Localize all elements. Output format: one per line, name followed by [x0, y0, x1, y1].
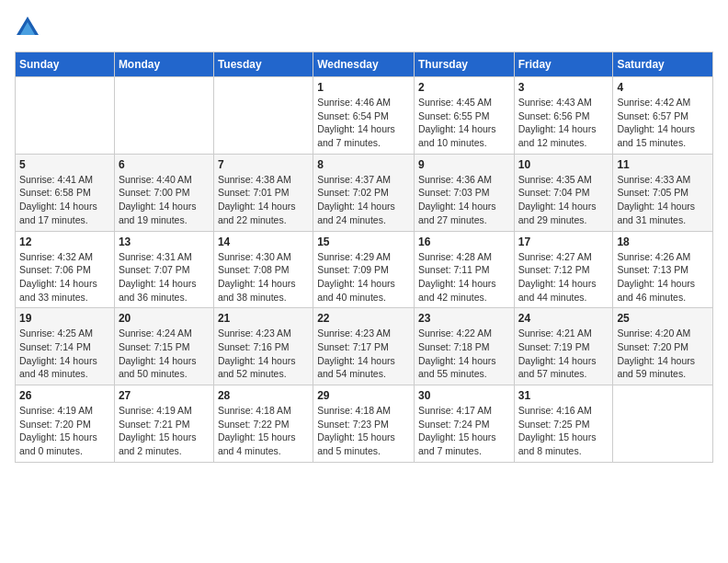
calendar-day: 12Sunrise: 4:32 AM Sunset: 7:06 PM Dayli… — [16, 231, 115, 308]
calendar-day — [114, 77, 213, 155]
day-number: 26 — [19, 389, 110, 402]
day-info: Sunrise: 4:35 AM Sunset: 7:04 PM Dayligh… — [518, 173, 609, 227]
day-info: Sunrise: 4:19 AM Sunset: 7:20 PM Dayligh… — [19, 404, 110, 458]
day-number: 6 — [119, 158, 210, 171]
day-header-friday: Friday — [514, 52, 613, 77]
day-info: Sunrise: 4:23 AM Sunset: 7:17 PM Dayligh… — [317, 327, 410, 381]
calendar-day — [16, 77, 115, 155]
calendar-day: 2Sunrise: 4:45 AM Sunset: 6:55 PM Daylig… — [414, 77, 514, 155]
day-number: 31 — [518, 389, 609, 402]
calendar-day: 13Sunrise: 4:31 AM Sunset: 7:07 PM Dayli… — [114, 231, 213, 308]
calendar-week-row: 26Sunrise: 4:19 AM Sunset: 7:20 PM Dayli… — [16, 385, 713, 463]
day-number: 14 — [218, 236, 309, 248]
day-header-thursday: Thursday — [414, 52, 514, 77]
calendar-day: 18Sunrise: 4:26 AM Sunset: 7:13 PM Dayli… — [613, 231, 713, 308]
day-number: 16 — [418, 236, 510, 248]
day-info: Sunrise: 4:17 AM Sunset: 7:24 PM Dayligh… — [418, 404, 510, 458]
day-info: Sunrise: 4:24 AM Sunset: 7:15 PM Dayligh… — [119, 327, 210, 381]
day-number: 4 — [617, 81, 709, 94]
day-info: Sunrise: 4:32 AM Sunset: 7:06 PM Dayligh… — [19, 250, 110, 304]
day-info: Sunrise: 4:45 AM Sunset: 6:55 PM Dayligh… — [418, 96, 510, 150]
calendar-day: 7Sunrise: 4:38 AM Sunset: 7:01 PM Daylig… — [213, 154, 313, 231]
day-number: 15 — [317, 236, 410, 248]
day-header-tuesday: Tuesday — [213, 52, 313, 77]
day-number: 1 — [317, 81, 410, 94]
day-info: Sunrise: 4:18 AM Sunset: 7:23 PM Dayligh… — [317, 404, 410, 458]
calendar-day: 26Sunrise: 4:19 AM Sunset: 7:20 PM Dayli… — [16, 385, 115, 463]
day-number: 24 — [518, 312, 609, 325]
calendar-day: 11Sunrise: 4:33 AM Sunset: 7:05 PM Dayli… — [613, 154, 713, 231]
day-info: Sunrise: 4:28 AM Sunset: 7:11 PM Dayligh… — [418, 250, 510, 304]
day-number: 9 — [418, 158, 510, 171]
day-header-monday: Monday — [114, 52, 213, 77]
day-number: 29 — [317, 389, 410, 402]
calendar-week-row: 1Sunrise: 4:46 AM Sunset: 6:54 PM Daylig… — [16, 77, 713, 155]
day-number: 13 — [119, 236, 210, 248]
calendar-day — [213, 77, 313, 155]
day-number: 18 — [617, 236, 709, 248]
calendar-day: 16Sunrise: 4:28 AM Sunset: 7:11 PM Dayli… — [414, 231, 514, 308]
day-number: 21 — [218, 312, 309, 325]
day-info: Sunrise: 4:37 AM Sunset: 7:02 PM Dayligh… — [317, 173, 410, 227]
day-info: Sunrise: 4:25 AM Sunset: 7:14 PM Dayligh… — [19, 327, 110, 381]
day-info: Sunrise: 4:38 AM Sunset: 7:01 PM Dayligh… — [218, 173, 309, 227]
calendar-day: 8Sunrise: 4:37 AM Sunset: 7:02 PM Daylig… — [313, 154, 415, 231]
day-number: 8 — [317, 158, 410, 171]
calendar-day: 17Sunrise: 4:27 AM Sunset: 7:12 PM Dayli… — [514, 231, 613, 308]
day-info: Sunrise: 4:29 AM Sunset: 7:09 PM Dayligh… — [317, 250, 410, 304]
day-number: 30 — [418, 389, 510, 402]
day-info: Sunrise: 4:33 AM Sunset: 7:05 PM Dayligh… — [617, 173, 709, 227]
day-info: Sunrise: 4:21 AM Sunset: 7:19 PM Dayligh… — [518, 327, 609, 381]
day-number: 19 — [19, 312, 110, 325]
day-number: 22 — [317, 312, 410, 325]
calendar-day: 1Sunrise: 4:46 AM Sunset: 6:54 PM Daylig… — [313, 77, 415, 155]
calendar-day: 21Sunrise: 4:23 AM Sunset: 7:16 PM Dayli… — [213, 308, 313, 385]
day-number: 5 — [19, 158, 110, 171]
day-info: Sunrise: 4:23 AM Sunset: 7:16 PM Dayligh… — [218, 327, 309, 381]
calendar-week-row: 19Sunrise: 4:25 AM Sunset: 7:14 PM Dayli… — [16, 308, 713, 385]
day-number: 17 — [518, 236, 609, 248]
calendar-day: 4Sunrise: 4:42 AM Sunset: 6:57 PM Daylig… — [613, 77, 713, 155]
calendar-day: 14Sunrise: 4:30 AM Sunset: 7:08 PM Dayli… — [213, 231, 313, 308]
day-number: 20 — [119, 312, 210, 325]
day-info: Sunrise: 4:18 AM Sunset: 7:22 PM Dayligh… — [218, 404, 309, 458]
logo-icon — [15, 15, 40, 40]
day-info: Sunrise: 4:30 AM Sunset: 7:08 PM Dayligh… — [218, 250, 309, 304]
day-header-wednesday: Wednesday — [313, 52, 415, 77]
day-info: Sunrise: 4:27 AM Sunset: 7:12 PM Dayligh… — [518, 250, 609, 304]
day-number: 11 — [617, 158, 709, 171]
calendar-day: 30Sunrise: 4:17 AM Sunset: 7:24 PM Dayli… — [414, 385, 514, 463]
day-number: 12 — [19, 236, 110, 248]
calendar-day — [613, 385, 713, 463]
logo — [15, 15, 44, 40]
calendar-day: 6Sunrise: 4:40 AM Sunset: 7:00 PM Daylig… — [114, 154, 213, 231]
day-info: Sunrise: 4:16 AM Sunset: 7:25 PM Dayligh… — [518, 404, 609, 458]
day-info: Sunrise: 4:43 AM Sunset: 6:56 PM Dayligh… — [518, 96, 609, 150]
calendar-day: 5Sunrise: 4:41 AM Sunset: 6:58 PM Daylig… — [16, 154, 115, 231]
day-info: Sunrise: 4:46 AM Sunset: 6:54 PM Dayligh… — [317, 96, 410, 150]
day-number: 10 — [518, 158, 609, 171]
calendar-day: 3Sunrise: 4:43 AM Sunset: 6:56 PM Daylig… — [514, 77, 613, 155]
day-header-saturday: Saturday — [613, 52, 713, 77]
page-header — [15, 15, 713, 40]
calendar-week-row: 12Sunrise: 4:32 AM Sunset: 7:06 PM Dayli… — [16, 231, 713, 308]
day-number: 27 — [119, 389, 210, 402]
day-info: Sunrise: 4:26 AM Sunset: 7:13 PM Dayligh… — [617, 250, 709, 304]
day-info: Sunrise: 4:22 AM Sunset: 7:18 PM Dayligh… — [418, 327, 510, 381]
calendar-day: 27Sunrise: 4:19 AM Sunset: 7:21 PM Dayli… — [114, 385, 213, 463]
calendar-day: 10Sunrise: 4:35 AM Sunset: 7:04 PM Dayli… — [514, 154, 613, 231]
day-number: 25 — [617, 312, 709, 325]
calendar-day: 24Sunrise: 4:21 AM Sunset: 7:19 PM Dayli… — [514, 308, 613, 385]
day-info: Sunrise: 4:36 AM Sunset: 7:03 PM Dayligh… — [418, 173, 510, 227]
day-info: Sunrise: 4:41 AM Sunset: 6:58 PM Dayligh… — [19, 173, 110, 227]
day-header-sunday: Sunday — [16, 52, 115, 77]
day-number: 28 — [218, 389, 309, 402]
calendar-day: 9Sunrise: 4:36 AM Sunset: 7:03 PM Daylig… — [414, 154, 514, 231]
calendar-day: 28Sunrise: 4:18 AM Sunset: 7:22 PM Dayli… — [213, 385, 313, 463]
day-info: Sunrise: 4:42 AM Sunset: 6:57 PM Dayligh… — [617, 96, 709, 150]
calendar-day: 31Sunrise: 4:16 AM Sunset: 7:25 PM Dayli… — [514, 385, 613, 463]
calendar-day: 19Sunrise: 4:25 AM Sunset: 7:14 PM Dayli… — [16, 308, 115, 385]
day-number: 2 — [418, 81, 510, 94]
calendar-week-row: 5Sunrise: 4:41 AM Sunset: 6:58 PM Daylig… — [16, 154, 713, 231]
calendar-day: 29Sunrise: 4:18 AM Sunset: 7:23 PM Dayli… — [313, 385, 415, 463]
